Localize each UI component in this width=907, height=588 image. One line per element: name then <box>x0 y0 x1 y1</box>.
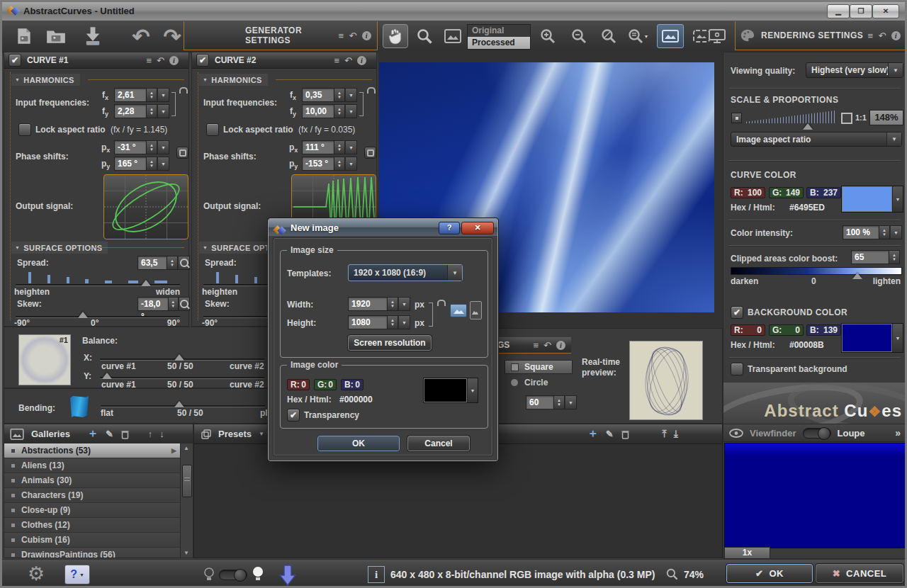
image-view-button[interactable] <box>441 24 464 48</box>
new-image-button[interactable] <box>12 24 36 48</box>
fx-spinbox[interactable]: 2,61▲▼▼ <box>114 88 169 102</box>
delete-gallery-icon[interactable] <box>120 429 130 439</box>
reset-icon[interactable]: ↶ <box>157 55 164 66</box>
lock-aspect-checkbox[interactable] <box>18 123 31 136</box>
bending-thumb[interactable] <box>174 401 184 407</box>
open-image-button[interactable] <box>42 24 70 48</box>
share-preset-icon[interactable]: ⤒ <box>663 428 667 440</box>
harmonics-section-header[interactable]: HARMONICS <box>199 74 268 86</box>
zoom-percent-box[interactable]: 148% <box>869 110 903 125</box>
loupe-zoom-1x[interactable]: 1x <box>724 547 770 559</box>
original-processed-toggle[interactable]: Original Processed <box>467 24 531 50</box>
realtime-preview-thumbnail[interactable] <box>629 341 703 420</box>
gallery-item[interactable]: Animals (30) <box>4 473 181 488</box>
background-color-checkbox[interactable]: ✔ <box>731 306 743 319</box>
spread-slider-thumb[interactable] <box>141 280 151 286</box>
undo-button[interactable]: ↶ <box>127 24 155 48</box>
square-option[interactable]: Square <box>505 360 573 374</box>
info-icon[interactable]: i <box>357 56 366 65</box>
processed-option[interactable]: Processed <box>468 37 530 49</box>
reset-icon[interactable]: ↶ <box>349 30 357 41</box>
add-gallery-icon[interactable]: ＋ <box>87 426 98 441</box>
curve2-enabled-checkbox[interactable]: ✔ <box>196 54 209 67</box>
info-icon[interactable]: i <box>362 31 371 40</box>
spread-spinbox[interactable]: 63,5▲▼ <box>137 256 190 270</box>
zoom-reset-button[interactable] <box>596 24 621 48</box>
fx-spinbox[interactable]: 0,35▲▼▼ <box>302 88 357 102</box>
loupe-preview[interactable] <box>724 443 907 548</box>
transparent-bg-checkbox[interactable] <box>731 363 743 375</box>
balance-y-thumb[interactable] <box>102 373 112 379</box>
gallery-item[interactable]: Abstractions (53)▶ <box>4 443 181 458</box>
menu-icon[interactable]: ≡ <box>334 55 340 66</box>
edit-preset-icon[interactable]: ✎ <box>606 429 614 439</box>
info-icon[interactable]: i <box>556 341 565 350</box>
gallery-item[interactable]: DrawingsPaintings (56) <box>4 548 181 558</box>
skew-slider-thumb[interactable] <box>78 312 88 318</box>
screen-resolution-button[interactable]: Screen resolution <box>348 335 432 351</box>
scale-min-button[interactable] <box>731 113 742 123</box>
download-preset-icon[interactable]: ⤓ <box>674 428 678 440</box>
zoom-out-button[interactable] <box>566 24 592 48</box>
export-image-button[interactable] <box>77 24 108 48</box>
bending-shape-icon[interactable] <box>70 396 89 417</box>
loupe-label[interactable]: Loupe <box>838 428 865 439</box>
dialog-help-button[interactable]: ? <box>439 222 460 234</box>
boost-gradient-slider[interactable] <box>731 267 902 275</box>
reset-icon[interactable]: ↶ <box>879 30 886 41</box>
settings-gear-icon[interactable]: ⚙ <box>28 562 45 585</box>
scrollbar-thumb[interactable] <box>182 465 192 497</box>
color-intensity-spinbox[interactable]: 100 %▲▼▼ <box>843 225 902 239</box>
fit-image-button[interactable] <box>657 24 684 48</box>
skew-spinbox[interactable]: -18,0 °▲▼ <box>137 297 190 311</box>
py-spinbox[interactable]: 165 °▲▼▼ <box>114 157 169 171</box>
menu-icon[interactable]: ≡ <box>868 30 874 41</box>
move-down-icon[interactable]: ↓ <box>159 429 164 439</box>
titlebar[interactable]: AbstractCurves - Untitled ▁ ❐ ✕ <box>2 2 905 21</box>
galleries-scrollbar[interactable]: ▲ ▼ <box>180 443 193 558</box>
lock-aspect-checkbox[interactable] <box>206 123 219 136</box>
help-button[interactable]: ?▼ <box>64 565 90 584</box>
spread-slider[interactable] <box>16 284 180 286</box>
fy-spinbox[interactable]: 10,00▲▼▼ <box>302 104 357 118</box>
maximize-button[interactable]: ❐ <box>850 4 872 18</box>
drop-arrow-icon[interactable] <box>278 564 297 587</box>
templates-dropdown[interactable]: 1920 x 1080 (16:9)▼ <box>348 264 463 281</box>
zoom-tool-button[interactable] <box>412 24 437 48</box>
original-option[interactable]: Original <box>468 25 530 37</box>
viewfinder-loupe-toggle[interactable] <box>803 428 831 439</box>
phase-link-button[interactable] <box>176 147 188 159</box>
dialog-cancel-button[interactable]: Cancel <box>407 436 470 451</box>
balance-x-thumb[interactable] <box>174 354 184 361</box>
gallery-item[interactable]: Cubism (16) <box>4 533 181 548</box>
harmonics-section-header[interactable]: HARMONICS <box>11 74 80 86</box>
output-signal-graph[interactable] <box>103 174 188 239</box>
px-spinbox[interactable]: -31 °▲▼▼ <box>114 140 169 154</box>
dialog-ok-button[interactable]: OK <box>317 436 400 451</box>
menu-icon[interactable]: ≡ <box>534 340 539 351</box>
fullscreen-button[interactable] <box>704 24 731 48</box>
curve-color-swatch[interactable]: ▼ <box>841 186 903 213</box>
curve-mix-thumbnail[interactable]: #1 <box>18 334 71 385</box>
scroll-down-arrow[interactable]: ▼ <box>184 550 189 556</box>
apply-cancel-button[interactable]: ✖CANCEL <box>816 564 903 583</box>
balance-y-slider[interactable] <box>100 377 264 379</box>
transparency-checkbox[interactable]: ✔ <box>287 409 300 422</box>
info-icon[interactable]: i <box>169 56 179 65</box>
move-up-icon[interactable]: ↑ <box>148 429 153 439</box>
portrait-orientation-icon[interactable] <box>470 301 482 320</box>
scale-slider[interactable] <box>746 111 835 123</box>
clipped-boost-spinbox[interactable]: 65▲▼ <box>851 250 900 264</box>
phase-link-button[interactable] <box>364 147 376 159</box>
landscape-orientation-icon[interactable] <box>450 304 467 317</box>
viewfinder-label[interactable]: Viewfinder <box>750 428 796 439</box>
fy-spinbox[interactable]: 2,28▲▼▼ <box>114 104 169 118</box>
minimize-button[interactable]: ▁ <box>827 4 850 18</box>
dialog-color-swatch[interactable]: ▼ <box>423 378 478 403</box>
curve1-enabled-checkbox[interactable]: ✔ <box>9 54 21 67</box>
gallery-item[interactable]: Characters (19) <box>4 488 181 503</box>
close-button[interactable]: ✕ <box>872 4 899 18</box>
width-spinbox[interactable]: 1920▲▼▼ <box>348 297 410 311</box>
delete-preset-icon[interactable] <box>621 429 630 439</box>
info-icon[interactable]: i <box>891 31 901 40</box>
